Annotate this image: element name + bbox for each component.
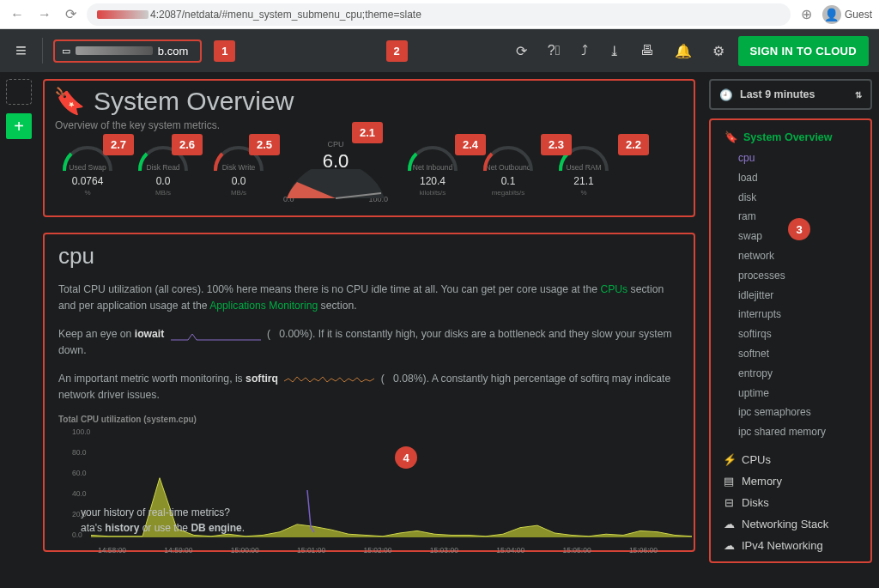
cpu-panel: cpu Total CPU utilization (all cores). 1… bbox=[43, 233, 695, 552]
apps-link[interactable]: Applications Monitoring bbox=[209, 300, 318, 312]
print-icon[interactable]: 🖶 bbox=[633, 36, 661, 65]
refresh-icon[interactable]: ⟳ bbox=[509, 36, 534, 66]
clock-icon: 🕘 bbox=[719, 88, 733, 101]
y-tick: 60.0 bbox=[72, 469, 87, 477]
annot-g5: 2.4 bbox=[455, 134, 486, 155]
cpu-heading: cpu bbox=[58, 243, 680, 270]
sign-in-button[interactable]: SIGN IN TO CLOUD bbox=[738, 36, 869, 66]
avatar-icon: 👤 bbox=[822, 5, 841, 24]
annot-g4: 2.1 bbox=[352, 122, 383, 143]
sidebar-item-processes[interactable]: processes bbox=[716, 266, 865, 286]
annotation-badge-4: 4 bbox=[395, 446, 417, 469]
section-icon: ☁ bbox=[723, 539, 735, 552]
cpu-chart[interactable]: 100.080.060.040.020.00.0 your history of… bbox=[58, 427, 680, 544]
sidebar-section-networking-stack[interactable]: ☁Networking Stack bbox=[716, 513, 865, 535]
guest-chip[interactable]: 👤 Guest bbox=[822, 5, 872, 24]
sidebar-section-memory[interactable]: ▤Memory bbox=[716, 470, 865, 492]
sidebar-item-idlejitter[interactable]: idlejitter bbox=[716, 286, 865, 306]
x-tick: 15:02:00 bbox=[363, 546, 391, 555]
x-tick: 15:01:00 bbox=[297, 546, 325, 555]
sidebar-section-cpus[interactable]: ⚡CPUs bbox=[716, 449, 865, 470]
x-tick: 15:00:00 bbox=[231, 546, 259, 555]
gauge-cpu[interactable]: CPU 6.0 0.0100.0 bbox=[280, 140, 391, 203]
add-button[interactable]: + bbox=[6, 113, 32, 139]
bell-icon[interactable]: 🔔 bbox=[668, 36, 699, 66]
url-bar[interactable]: 4:2087/netdata/#menu_system_submenu_cpu;… bbox=[87, 3, 791, 26]
forward-icon[interactable]: → bbox=[34, 3, 55, 26]
chevron-icon: ⇅ bbox=[855, 90, 862, 100]
section-icon: ☁ bbox=[723, 518, 735, 530]
annot-g3: 2.5 bbox=[249, 134, 280, 155]
overlay-text-1: your history of real-time metrics? bbox=[81, 506, 230, 518]
annotation-badge-3: 3 bbox=[788, 218, 810, 240]
y-tick: 80.0 bbox=[72, 448, 87, 457]
sidebar-item-load[interactable]: load bbox=[716, 168, 865, 188]
bookmark-icon: 🔖 bbox=[53, 86, 85, 116]
cpu-para-3: An important metric worth monitoring, is… bbox=[58, 371, 680, 403]
x-tick: 15:04:00 bbox=[496, 546, 524, 555]
x-tick: 15:05:00 bbox=[563, 546, 591, 555]
annotation-badge-2: 2 bbox=[386, 40, 408, 62]
y-tick: 40.0 bbox=[72, 489, 87, 498]
sidebar-item-network[interactable]: network bbox=[716, 246, 865, 266]
cpu-para-1: Total CPU utilization (all cores). 100% … bbox=[58, 282, 680, 314]
sidebar-item-ipc-shared-memory[interactable]: ipc shared memory bbox=[716, 422, 865, 442]
section-icon: ⚡ bbox=[723, 453, 735, 466]
upload-icon[interactable]: ⤴ bbox=[574, 36, 595, 65]
sidebar-item-uptime[interactable]: uptime bbox=[716, 384, 865, 403]
url-text: 4:2087/netdata/#menu_system_submenu_cpu;… bbox=[150, 9, 421, 21]
guest-label: Guest bbox=[845, 9, 872, 21]
sidebar-item-disk[interactable]: disk bbox=[716, 188, 865, 208]
sidebar-section-ipv6-networking[interactable]: ☁IPv6 Networking bbox=[716, 556, 865, 563]
time-picker-label: Last 9 minutes bbox=[740, 88, 848, 100]
hamburger-icon[interactable]: ≡ bbox=[10, 34, 32, 67]
page-title: System Overview bbox=[94, 87, 294, 116]
annot-g6: 2.3 bbox=[541, 134, 572, 155]
cpus-link[interactable]: CPUs bbox=[600, 283, 627, 295]
sidebar-item-cpu[interactable]: cpu bbox=[716, 149, 865, 168]
help-icon[interactable]: ?⃝ bbox=[541, 36, 567, 65]
bookmark-icon: 🔖 bbox=[724, 130, 738, 143]
time-picker[interactable]: 🕘 Last 9 minutes ⇅ bbox=[709, 79, 872, 110]
separator bbox=[42, 38, 43, 64]
sidebar-item-entropy[interactable]: entropy bbox=[716, 364, 865, 384]
host-icon: ▭ bbox=[62, 45, 70, 57]
sidebar-item-softirqs[interactable]: softirqs bbox=[716, 324, 865, 344]
softirq-spark bbox=[284, 373, 374, 385]
section-icon: ☁ bbox=[723, 561, 735, 563]
x-tick: 15:06:00 bbox=[629, 546, 658, 555]
overlay-text-2: ata's history or use the DB engine. bbox=[81, 522, 245, 534]
sidebar-item-softnet[interactable]: softnet bbox=[716, 344, 865, 364]
x-tick: 14:59:00 bbox=[164, 546, 192, 555]
reload-icon[interactable]: ⟳ bbox=[62, 3, 80, 26]
chart-title: Total CPU utilization (system.cpu) bbox=[58, 415, 680, 424]
sidebar-title[interactable]: 🔖 System Overview bbox=[716, 127, 865, 149]
annotation-badge-1: 1 bbox=[214, 40, 235, 62]
sidebar-section-ipv4-networking[interactable]: ☁IPv4 Networking bbox=[716, 535, 865, 556]
section-icon: ▤ bbox=[723, 475, 735, 488]
annot-g7: 2.2 bbox=[618, 134, 649, 155]
sidebar-item-interrupts[interactable]: interrupts bbox=[716, 305, 865, 324]
url-obscured bbox=[97, 10, 149, 19]
rail-placeholder[interactable] bbox=[6, 79, 32, 105]
gear-icon[interactable]: ⚙ bbox=[706, 36, 731, 66]
annot-g1: 2.7 bbox=[103, 134, 134, 155]
overview-panel: 🔖 System Overview Overview of the key sy… bbox=[43, 79, 695, 217]
x-tick: 14:58:00 bbox=[98, 546, 126, 555]
sidebar-section-disks[interactable]: ⊟Disks bbox=[716, 492, 865, 513]
y-tick: 100.0 bbox=[72, 427, 90, 436]
sidebar: 🔖 System Overview cpuloaddiskramswapnetw… bbox=[709, 118, 872, 563]
host-suffix: b.com bbox=[158, 45, 188, 58]
zoom-icon[interactable]: ⊕ bbox=[797, 3, 815, 26]
annot-g2: 2.6 bbox=[172, 134, 203, 155]
cpu-para-2: Keep an eye on iowait ( 0.00%). If it is… bbox=[58, 326, 680, 359]
back-icon[interactable]: ← bbox=[7, 3, 27, 26]
download-icon[interactable]: ⤓ bbox=[602, 36, 627, 66]
host-selector[interactable]: ▭ b.com bbox=[53, 39, 202, 63]
sidebar-item-ipc-semaphores[interactable]: ipc semaphores bbox=[716, 403, 865, 422]
x-tick: 15:03:00 bbox=[430, 546, 458, 555]
iowait-spark bbox=[171, 329, 261, 341]
section-icon: ⊟ bbox=[723, 496, 735, 509]
host-obscured bbox=[76, 46, 153, 55]
